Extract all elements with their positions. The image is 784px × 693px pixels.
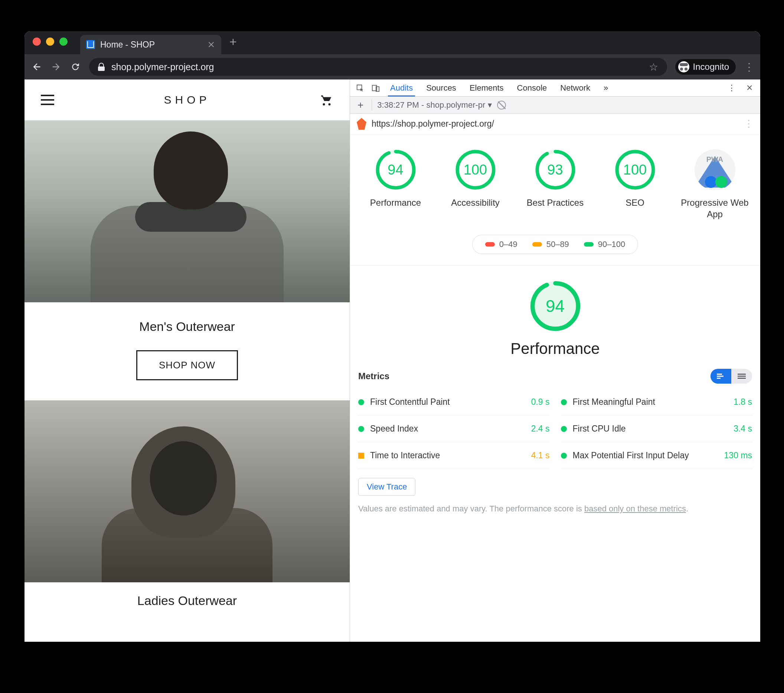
metric-fmp[interactable]: First Meaningful Paint 1.8 s	[561, 389, 753, 416]
gauge-label: Best Practices	[527, 197, 583, 208]
webpage: SHOP Men's Outerwear SHOP NOW	[25, 79, 350, 642]
status-dot-icon	[561, 426, 567, 432]
inspect-element-icon[interactable]	[352, 79, 368, 96]
svg-rect-12	[717, 374, 722, 375]
legend-dot-icon	[584, 242, 594, 247]
metrics-grid: First Contentful Paint 0.9 s Speed Index…	[350, 389, 760, 469]
disclaimer-text: Values are estimated and may vary. The p…	[350, 502, 760, 522]
view-detailed-icon[interactable]	[710, 369, 731, 384]
gauge-score: 93	[535, 149, 576, 190]
devtools-menu-button[interactable]: ⋮	[722, 79, 741, 96]
metric-speed-index[interactable]: Speed Index 2.4 s	[358, 416, 550, 442]
score-legend: 0–49 50–89 90–100	[472, 235, 639, 254]
gauge-score: 100	[455, 149, 496, 190]
gauge-accessibility[interactable]: 100 Accessibility	[437, 149, 513, 220]
lighthouse-icon	[357, 118, 366, 130]
section-title: Men's Outerwear	[25, 319, 350, 334]
gauge-label: Performance	[370, 197, 421, 208]
tab-network[interactable]: Network	[553, 79, 597, 96]
devtools-tabs: Audits Sources Elements Console Network …	[350, 79, 760, 97]
browser-toolbar: shop.polymer-project.org ☆ Incognito ⋮	[25, 54, 760, 79]
incognito-indicator[interactable]: Incognito	[675, 59, 736, 75]
url-text: shop.polymer-project.org	[111, 62, 214, 73]
devtools-close-button[interactable]: ✕	[741, 79, 758, 96]
audit-report: 94 Performance 100 Accessibility	[350, 134, 760, 642]
metric-tti[interactable]: Time to Interactive 4.1 s	[358, 442, 550, 469]
browser-window: Home - SHOP + shop.polymer-project.org	[25, 31, 760, 642]
metrics-header: Metrics	[350, 369, 760, 389]
status-dot-icon	[358, 453, 364, 459]
metric-cpu-idle[interactable]: First CPU Idle 3.4 s	[561, 416, 753, 442]
window-controls	[33, 38, 68, 46]
separator	[372, 99, 372, 111]
audit-menu-button[interactable]: ⋮	[744, 118, 754, 130]
window-minimize-button[interactable]	[46, 38, 54, 46]
audit-url-row: https://shop.polymer-project.org/ ⋮	[350, 114, 760, 134]
section-title: Ladies Outerwear	[25, 594, 350, 608]
tab-title: Home - SHOP	[100, 40, 155, 50]
bookmark-star-icon[interactable]: ☆	[649, 61, 658, 73]
svg-rect-14	[717, 378, 721, 379]
window-close-button[interactable]	[33, 38, 41, 46]
tab-strip: Home - SHOP +	[25, 31, 760, 54]
hero-image-ladies	[25, 400, 350, 582]
section-mens: Men's Outerwear SHOP NOW	[25, 302, 350, 400]
view-compact-icon[interactable]	[731, 369, 752, 384]
svg-rect-13	[717, 376, 723, 377]
menu-icon[interactable]	[41, 95, 54, 105]
close-tab-icon[interactable]	[208, 41, 214, 48]
cart-icon[interactable]	[320, 93, 333, 107]
devtools-panel: Audits Sources Elements Console Network …	[350, 79, 760, 642]
shop-now-button[interactable]: SHOP NOW	[136, 350, 238, 380]
lock-icon	[98, 63, 105, 71]
more-tabs-button[interactable]: »	[597, 79, 615, 96]
gauge-label: Accessibility	[451, 197, 500, 208]
back-button[interactable]	[31, 61, 42, 73]
incognito-icon	[678, 61, 689, 73]
metrics-view-toggle[interactable]	[710, 369, 752, 384]
svg-rect-15	[738, 374, 746, 375]
tab-sources[interactable]: Sources	[420, 79, 463, 96]
gauge-best-practices[interactable]: 93 Best Practices	[517, 149, 593, 220]
audits-toolbar: + 3:38:27 PM - shop.polymer-pr ▾	[350, 97, 760, 114]
address-bar[interactable]: shop.polymer-project.org ☆	[89, 58, 667, 76]
reload-button[interactable]	[70, 61, 81, 73]
audit-url: https://shop.polymer-project.org/	[372, 119, 494, 129]
gauge-pwa[interactable]: PWA Progressive Web App	[677, 149, 753, 220]
gauge-performance[interactable]: 94 Performance	[357, 149, 433, 220]
metric-fcp[interactable]: First Contentful Paint 0.9 s	[358, 389, 550, 416]
clear-audits-icon[interactable]	[497, 101, 506, 110]
metrics-heading: Metrics	[358, 371, 389, 381]
performance-section: 94 Performance	[350, 266, 760, 369]
audit-run-selector[interactable]: 3:38:27 PM - shop.polymer-pr ▾	[377, 100, 491, 110]
tab-audits[interactable]: Audits	[384, 79, 420, 96]
disclaimer-link[interactable]: based only on these metrics	[584, 504, 686, 513]
page-title: SHOP	[54, 94, 320, 106]
device-toolbar-icon[interactable]	[368, 79, 384, 96]
legend-average: 50–89	[532, 239, 569, 249]
metric-fid[interactable]: Max Potential First Input Delay 130 ms	[561, 442, 753, 469]
forward-button[interactable]	[51, 61, 62, 73]
new-audit-button[interactable]: +	[354, 99, 366, 111]
legend-pass: 90–100	[584, 239, 625, 249]
browser-menu-button[interactable]: ⋮	[744, 61, 754, 73]
gauge-label: SEO	[626, 197, 644, 208]
gauge-seo[interactable]: 100 SEO	[597, 149, 673, 220]
hero-image-mens	[25, 120, 350, 302]
browser-tab[interactable]: Home - SHOP	[80, 35, 221, 54]
pwa-badge-icon: PWA	[695, 149, 735, 190]
gauge-score: 100	[615, 149, 656, 190]
performance-score: 94	[530, 280, 581, 332]
legend-fail: 0–49	[485, 239, 517, 249]
gauge-label: Progressive Web App	[677, 197, 753, 220]
tab-console[interactable]: Console	[511, 79, 554, 96]
legend-dot-icon	[532, 242, 542, 247]
window-zoom-button[interactable]	[59, 38, 68, 46]
view-trace-button[interactable]: View Trace	[358, 478, 415, 496]
section-ladies: Ladies Outerwear	[25, 582, 350, 624]
new-tab-button[interactable]: +	[221, 35, 245, 51]
svg-rect-17	[738, 378, 746, 379]
legend-dot-icon	[485, 242, 495, 247]
tab-elements[interactable]: Elements	[463, 79, 511, 96]
page-header: SHOP	[25, 79, 350, 120]
